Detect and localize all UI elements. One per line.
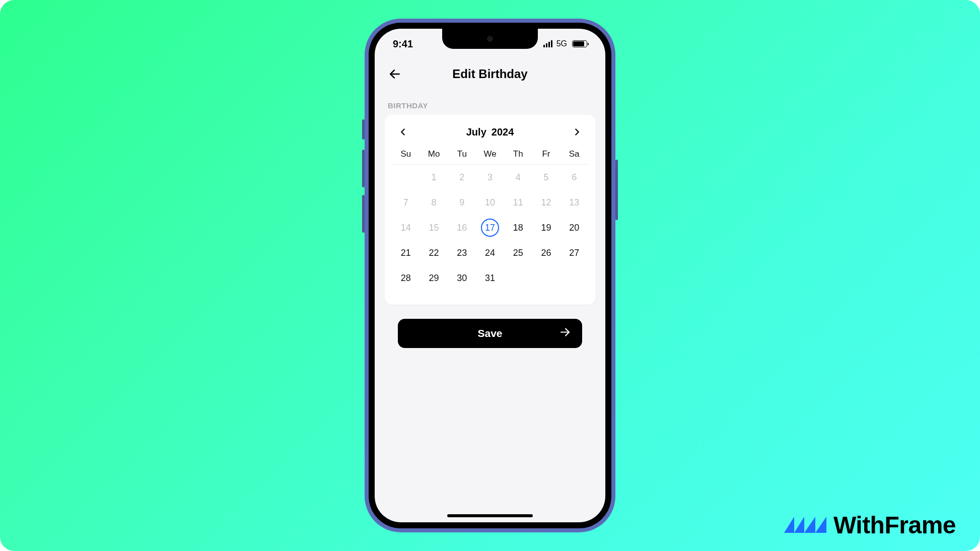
calendar-day-cell[interactable]: 11 xyxy=(504,190,532,215)
calendar-day-cell[interactable]: 4 xyxy=(504,165,532,190)
calendar-day-cell[interactable]: 7 xyxy=(392,190,420,215)
chevron-left-icon xyxy=(397,126,408,137)
calendar-day-cell[interactable]: 23 xyxy=(448,240,476,265)
home-indicator xyxy=(447,514,533,517)
calendar-day-cell[interactable]: 21 xyxy=(392,240,420,265)
calendar-day-cell[interactable]: 17 xyxy=(476,215,504,240)
calendar-year-label: 2024 xyxy=(492,126,514,137)
chevron-right-icon xyxy=(572,126,583,137)
calendar-month-label: July xyxy=(466,126,486,137)
calendar-dow-cell: Su xyxy=(392,144,420,165)
status-right-cluster: 5G xyxy=(543,39,587,48)
withframe-logo-icon xyxy=(784,511,826,539)
calendar-dow-row: SuMoTuWeThFrSa xyxy=(392,144,588,165)
calendar-day-cell[interactable]: 14 xyxy=(392,215,420,240)
calendar-day-cell[interactable]: 18 xyxy=(504,215,532,240)
withframe-brand-text: WithFrame xyxy=(833,511,956,539)
calendar-day-cell[interactable]: 28 xyxy=(392,265,420,291)
calendar-month-year: July2024 xyxy=(466,126,514,138)
phone-volume-down xyxy=(362,195,365,233)
calendar-day-cell[interactable]: 1 xyxy=(420,165,448,190)
calendar-day-cell[interactable]: 9 xyxy=(448,190,476,215)
calendar-day-cell[interactable]: 3 xyxy=(476,165,504,190)
phone-volume-up xyxy=(362,150,365,187)
calendar-dow-cell: Sa xyxy=(560,144,588,165)
phone-mockup: 9:41 5G Edit Birthday xyxy=(365,19,615,532)
calendar-day-cell[interactable]: 27 xyxy=(560,240,588,265)
calendar-day-cell[interactable]: 29 xyxy=(420,265,448,291)
section-label-birthday: BIRTHDAY xyxy=(385,94,595,115)
calendar-day-cell[interactable]: 15 xyxy=(420,215,448,240)
calendar-day-cell[interactable]: 13 xyxy=(560,190,588,215)
svg-marker-5 xyxy=(815,517,826,533)
calendar-card: July2024 SuMoTuWeThFrSa 1234567891011121… xyxy=(385,115,595,305)
calendar-dow-cell: We xyxy=(476,144,504,165)
calendar-day-cell[interactable]: 22 xyxy=(420,240,448,265)
calendar-next-month-button[interactable] xyxy=(569,124,585,140)
calendar-day-cell[interactable]: 30 xyxy=(448,265,476,291)
svg-marker-4 xyxy=(804,517,815,533)
app-header: Edit Birthday xyxy=(375,60,605,88)
save-button-label: Save xyxy=(477,327,502,339)
network-label: 5G xyxy=(556,39,567,48)
calendar-days-grid: 1234567891011121314151617181920212223242… xyxy=(392,165,588,291)
promo-background: 9:41 5G Edit Birthday xyxy=(0,0,980,551)
phone-notch xyxy=(442,29,538,49)
calendar-dow-cell: Tu xyxy=(448,144,476,165)
calendar-day-cell[interactable]: 5 xyxy=(532,165,561,190)
calendar-day-cell[interactable]: 24 xyxy=(476,240,504,265)
calendar-day-cell[interactable]: 20 xyxy=(560,215,588,240)
calendar-dow-cell: Th xyxy=(504,144,532,165)
calendar-day-cell[interactable]: 8 xyxy=(420,190,448,215)
page-title: Edit Birthday xyxy=(385,67,595,81)
withframe-brand: WithFrame xyxy=(784,511,956,539)
calendar-day-cell[interactable]: 6 xyxy=(560,165,588,190)
save-button[interactable]: Save xyxy=(398,319,582,348)
calendar-day-cell[interactable]: 16 xyxy=(448,215,476,240)
arrow-right-icon xyxy=(559,326,571,341)
calendar-day-cell[interactable]: 12 xyxy=(532,190,561,215)
calendar-prev-month-button[interactable] xyxy=(395,124,411,140)
svg-marker-3 xyxy=(794,517,804,533)
calendar-dow-cell: Fr xyxy=(532,144,561,165)
battery-icon xyxy=(572,40,587,47)
phone-silent-switch xyxy=(362,119,365,140)
calendar-day-cell[interactable]: 31 xyxy=(476,265,504,291)
app-screen: 9:41 5G Edit Birthday xyxy=(375,29,605,522)
calendar-blank-cell xyxy=(392,165,420,190)
calendar-dow-cell: Mo xyxy=(420,144,448,165)
calendar-day-cell[interactable]: 19 xyxy=(532,215,561,240)
cellular-signal-icon xyxy=(543,40,552,47)
calendar-day-cell[interactable]: 26 xyxy=(532,240,561,265)
calendar-day-cell[interactable]: 25 xyxy=(504,240,532,265)
status-time: 9:41 xyxy=(393,38,413,50)
calendar-day-cell[interactable]: 2 xyxy=(448,165,476,190)
calendar-day-cell[interactable]: 10 xyxy=(476,190,504,215)
svg-marker-2 xyxy=(784,517,794,533)
phone-power-button xyxy=(615,160,618,220)
